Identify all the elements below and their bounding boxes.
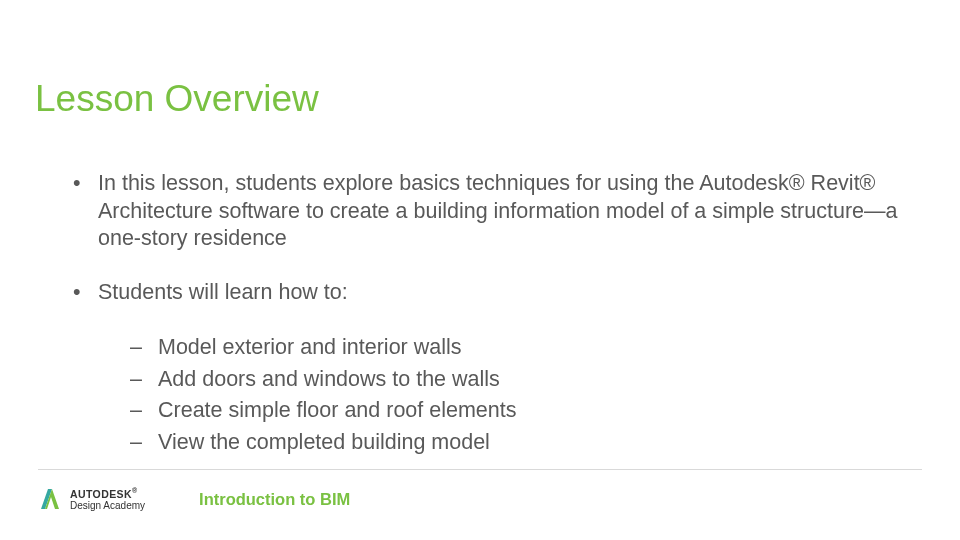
slide: Lesson Overview In this lesson, students… <box>0 0 960 540</box>
bullet-item: In this lesson, students explore basics … <box>68 170 915 253</box>
bullet-text: Students will learn how to: <box>98 280 348 304</box>
bullet-item: Students will learn how to: Model exteri… <box>68 279 915 458</box>
content-area: In this lesson, students explore basics … <box>68 170 915 483</box>
sub-item: Add doors and windows to the walls <box>130 364 915 395</box>
footer: AUTODESK® Design Academy Introduction to… <box>38 480 350 518</box>
autodesk-logo: AUTODESK® Design Academy <box>38 487 145 511</box>
logo-brand: AUTODESK® <box>70 487 145 500</box>
footer-title: Introduction to BIM <box>199 490 350 509</box>
autodesk-logo-icon <box>38 487 62 511</box>
sub-item: View the completed building model <box>130 427 915 458</box>
sub-list: Model exterior and interior walls Add do… <box>98 332 915 457</box>
divider <box>38 469 922 470</box>
slide-title: Lesson Overview <box>35 78 319 120</box>
logo-sub: Design Academy <box>70 500 145 511</box>
sub-item: Model exterior and interior walls <box>130 332 915 363</box>
logo-text: AUTODESK® Design Academy <box>70 487 145 511</box>
sub-item: Create simple floor and roof elements <box>130 395 915 426</box>
